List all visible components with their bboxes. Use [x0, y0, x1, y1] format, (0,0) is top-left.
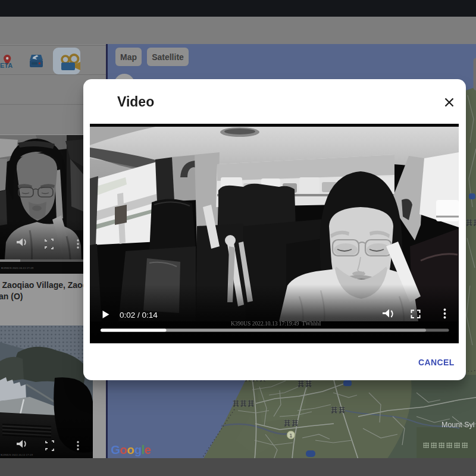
svg-text:Mount Syl: Mount Syl [441, 421, 475, 429]
svg-text:0:02 / 0:14: 0:02 / 0:14 [120, 311, 158, 320]
svg-text:K390US 2022.10.13 17:19:49 TW: K390US 2022.10.13 17:19:49 TWhhhI [231, 321, 321, 327]
svg-text:K390US 2022.10.13 17:19: K390US 2022.10.13 17:19 [1, 267, 33, 270]
svg-text:ETA: ETA [0, 62, 12, 69]
svg-text:Google: Google [111, 443, 151, 456]
svg-text:1: 1 [289, 432, 292, 439]
svg-text:K390US 2022.10.13 17:19: K390US 2022.10.13 17:19 [1, 453, 33, 456]
